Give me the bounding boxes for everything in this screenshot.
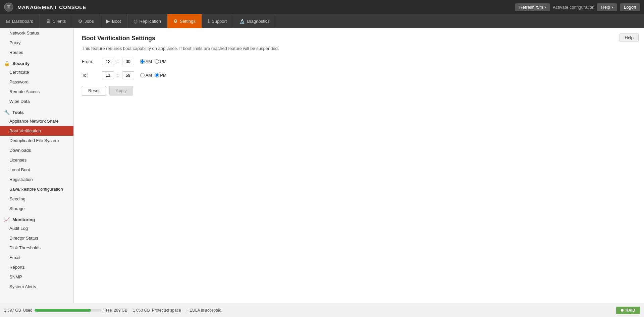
sidebar-item-local-boot[interactable]: Local Boot (0, 165, 73, 175)
status-bar: 1 597 GB Used Free 289 GB 1 653 GB Prote… (0, 303, 644, 317)
from-am-label[interactable]: AM (140, 59, 152, 64)
nav-boot-label: Boot (112, 19, 121, 24)
refresh-button[interactable]: Refresh /5m ▾ (515, 3, 550, 11)
nav-jobs-label: Jobs (85, 19, 94, 24)
to-hour-input[interactable] (102, 71, 114, 79)
from-am-radio[interactable] (140, 59, 145, 64)
nav-clients[interactable]: 🖥 Clients (40, 14, 72, 28)
from-pm-radio[interactable] (155, 59, 159, 64)
protected-space-info: 1 653 GB Protected space (133, 308, 181, 313)
sidebar-item-routes[interactable]: Routes (0, 48, 73, 57)
sidebar-item-system-alerts[interactable]: System Alerts (0, 282, 73, 292)
nav-dashboard-label: Dashboard (12, 19, 34, 24)
sidebar-item-email[interactable]: Email (0, 253, 73, 262)
sidebar-item-certificate[interactable]: Certificate (0, 67, 73, 77)
sidebar-item-storage[interactable]: Storage (0, 204, 73, 213)
apply-button[interactable]: Apply (109, 86, 133, 96)
to-pm-radio[interactable] (155, 73, 159, 77)
sidebar-item-network-status[interactable]: Network Status (0, 28, 73, 38)
sidebar-item-proxy[interactable]: Proxy (0, 38, 73, 48)
storage-bar-used (35, 309, 91, 312)
sidebar-item-licenses[interactable]: Licenses (0, 155, 73, 165)
sidebar-item-save-restore-configuration[interactable]: Save/Restore Configuration (0, 184, 73, 194)
to-label: To: (82, 73, 99, 78)
monitoring-icon: 📈 (4, 217, 10, 222)
sidebar-item-disk-thresholds[interactable]: Disk Thresholds (0, 243, 73, 253)
nav-diagnostics[interactable]: 🔬 Diagnostics (233, 14, 276, 28)
sidebar-item-reports[interactable]: Reports (0, 262, 73, 272)
nav-bar: ⊞ Dashboard 🖥 Clients ⚙ Jobs ▶ Boot ◎ Re… (0, 14, 644, 28)
support-icon: ℹ (208, 18, 210, 24)
storage-bar (35, 309, 102, 312)
from-row: From: : AM PM (82, 58, 636, 65)
to-ampm-group: AM PM (140, 73, 167, 78)
jobs-icon: ⚙ (78, 18, 83, 24)
sidebar-section-monitoring: 📈 Monitoring (0, 213, 73, 224)
sidebar-item-appliance-network-share[interactable]: Appliance Network Share (0, 116, 73, 126)
from-time-separator: : (117, 59, 119, 64)
sidebar-item-registration[interactable]: Registration (0, 175, 73, 184)
logoff-button[interactable]: Logoff (620, 3, 640, 11)
sidebar-item-deduplicated-file-system[interactable]: Deduplicated File System (0, 136, 73, 145)
raid-status-dot (621, 309, 624, 312)
app-logo (4, 2, 13, 12)
top-bar: MANAGEMENT CONSOLE Refresh /5m ▾ Activat… (0, 0, 644, 14)
sidebar: Network Status Proxy Routes 🔒 Security C… (0, 28, 74, 303)
to-am-radio[interactable] (140, 73, 145, 77)
activate-button[interactable]: Activate configuration (553, 5, 594, 10)
to-am-text: AM (146, 73, 152, 78)
help-button[interactable]: Help ▾ (597, 3, 617, 11)
main-layout: Network Status Proxy Routes 🔒 Security C… (0, 28, 644, 303)
eula-notice: › EULA is accepted. (186, 308, 223, 313)
from-minute-input[interactable] (122, 58, 134, 65)
nav-replication[interactable]: ◎ Replication (127, 14, 167, 28)
free-label: Free (104, 308, 112, 313)
to-pm-text: PM (160, 73, 167, 78)
replication-icon: ◎ (133, 18, 138, 24)
refresh-label: Refresh /5m (519, 5, 543, 10)
nav-replication-label: Replication (140, 19, 161, 24)
free-value: 289 GB (114, 308, 127, 313)
nav-settings[interactable]: ⚙ Settings (167, 14, 202, 28)
nav-jobs[interactable]: ⚙ Jobs (72, 14, 100, 28)
sidebar-item-password[interactable]: Password (0, 77, 73, 87)
sidebar-item-downloads[interactable]: Downloads (0, 145, 73, 155)
content-help-button[interactable]: Help (620, 34, 639, 42)
to-minute-input[interactable] (122, 71, 134, 79)
security-icon: 🔒 (4, 61, 10, 66)
nav-diagnostics-label: Diagnostics (247, 19, 269, 24)
storage-info: 1 597 GB Used Free 289 GB (4, 308, 127, 313)
nav-boot[interactable]: ▶ Boot (100, 14, 127, 28)
dashboard-icon: ⊞ (6, 18, 10, 24)
sidebar-item-remote-access[interactable]: Remote Access (0, 87, 73, 97)
settings-icon: ⚙ (173, 18, 178, 24)
nav-dashboard[interactable]: ⊞ Dashboard (0, 14, 40, 28)
refresh-dropdown-arrow: ▾ (544, 5, 546, 9)
from-am-text: AM (146, 59, 152, 64)
from-pm-label[interactable]: PM (155, 59, 167, 64)
page-description: This feature requires boot capability on… (82, 46, 636, 51)
used-value: 1 597 GB (4, 308, 21, 313)
to-am-label[interactable]: AM (140, 73, 152, 78)
to-pm-label[interactable]: PM (155, 73, 167, 78)
sidebar-item-audit-log[interactable]: Audit Log (0, 224, 73, 233)
security-section-label: Security (12, 61, 30, 66)
action-buttons: Reset Apply (82, 86, 636, 96)
eula-chevron-icon: › (186, 308, 188, 312)
clients-icon: 🖥 (46, 18, 51, 24)
content-area: Help Boot Verification Settings This fea… (74, 28, 644, 303)
sidebar-item-seeding[interactable]: Seeding (0, 194, 73, 204)
used-label: Used (23, 308, 33, 313)
nav-clients-label: Clients (53, 19, 66, 24)
reset-button[interactable]: Reset (82, 86, 106, 96)
help-dropdown-arrow: ▾ (611, 5, 613, 9)
protected-space-label: Protected space (152, 308, 181, 313)
top-bar-right: Refresh /5m ▾ Activate configuration Hel… (515, 3, 640, 11)
nav-support[interactable]: ℹ Support (202, 14, 233, 28)
from-hour-input[interactable] (102, 58, 114, 65)
sidebar-item-snmp[interactable]: SNMP (0, 272, 73, 282)
sidebar-item-director-status[interactable]: Director Status (0, 233, 73, 243)
sidebar-item-wipe-data[interactable]: Wipe Data (0, 97, 73, 106)
sidebar-item-boot-verification[interactable]: Boot Verification (0, 126, 73, 136)
protected-space-value: 1 653 GB (133, 308, 150, 313)
